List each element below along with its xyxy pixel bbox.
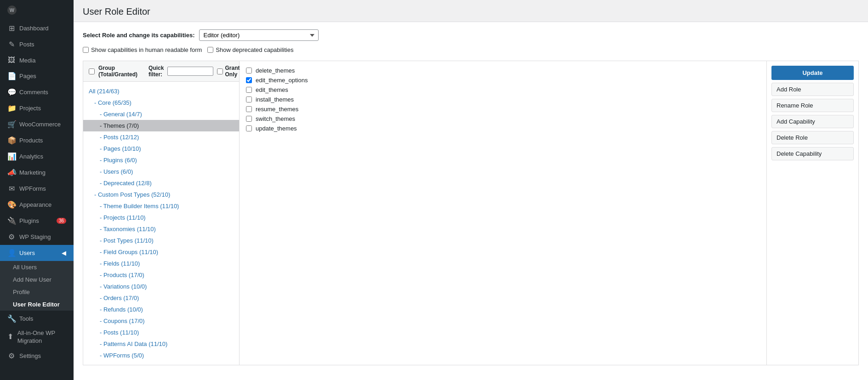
sidebar-item-comments[interactable]: 💬 Comments [0,84,74,100]
granted-only-checkbox[interactable] [217,68,223,74]
group-item-theme-builder[interactable]: - Theme Builder Items (11/10) [83,200,239,212]
sidebar-item-wp-staging[interactable]: ⚙ WP Staging [0,229,74,245]
group-item-plugins[interactable]: - Plugins (6/0) [83,154,239,166]
cap-item-switch-themes: switch_themes [246,114,760,124]
role-select-dropdown[interactable]: Editor (editor) [199,29,319,41]
group-item-patterns[interactable]: - Patterns AI Data (11/10) [83,338,239,350]
group-item-label: - WPForms (5/0) [100,352,144,359]
group-item-themes[interactable]: - Themes (7/0) [83,120,239,131]
group-item-custom-post-types[interactable]: - Custom Post Types (52/10) [83,189,239,200]
cap-label: resume_themes [256,106,298,113]
submenu-profile[interactable]: Profile [0,286,74,298]
cap-checkbox-switch-themes[interactable] [246,116,252,122]
group-item-post-types[interactable]: - Post Types (11/10) [83,235,239,246]
group-panel-header: Group (Total/Granted) Quick filter: Gran… [83,61,239,82]
add-role-button[interactable]: Add Role [771,83,854,96]
sidebar-item-projects[interactable]: 📁 Projects [0,100,74,116]
sidebar-item-appearance[interactable]: 🎨 Appearance [0,197,74,213]
analytics-icon: 📊 [7,152,16,161]
update-button[interactable]: Update [771,66,854,80]
group-item-deprecated[interactable]: - Deprecated (12/8) [83,177,239,189]
cap-item-delete-themes: delete_themes [246,66,760,75]
capability-editor: Group (Total/Granted) Quick filter: Gran… [83,61,859,365]
group-header-label: Group (Total/Granted) [98,65,137,78]
group-item-all[interactable]: All (214/63) [83,85,239,97]
submenu-all-users[interactable]: All Users [0,261,74,273]
sidebar-item-label: Media [19,57,35,64]
add-capability-button[interactable]: Add Capability [771,115,854,128]
quick-filter-input[interactable] [167,67,213,76]
main-body: Select Role and change its capabilities:… [74,22,868,373]
sidebar-item-label: WPForms [19,185,46,192]
group-item-label: - Posts (12/12) [100,134,139,141]
group-item-label: - Fields (11/10) [100,260,140,267]
deprecated-checkbox[interactable] [207,47,213,53]
group-item-label: - Taxonomies (11/10) [100,226,156,233]
sidebar-item-settings[interactable]: ⚙ Settings [0,348,74,364]
sidebar-item-tools[interactable]: 🔧 Tools [0,311,74,327]
wordpress-icon: W [7,6,17,15]
delete-role-button[interactable]: Delete Role [771,131,854,144]
cap-item-install-themes: install_themes [246,95,760,104]
sidebar-item-marketing[interactable]: 📣 Marketing [0,164,74,181]
sidebar-item-wpforms[interactable]: ✉ WPForms [0,181,74,197]
sidebar-item-plugins[interactable]: 🔌 Plugins 36 [0,213,74,229]
human-readable-label: Show capabilities in human readable form [91,46,202,53]
human-readable-option[interactable]: Show capabilities in human readable form [83,46,202,53]
cap-item-update-themes: update_themes [246,124,760,133]
group-list: All (214/63) - Core (65/35) - General (1… [83,82,239,365]
pages-icon: 📄 [7,72,16,80]
sidebar-item-media[interactable]: 🖼 Media [0,52,74,68]
cap-checkbox-install-themes[interactable] [246,96,252,102]
sidebar-item-dashboard[interactable]: ⊞ Dashboard [0,20,74,36]
sidebar-item-label: Comments [19,89,48,96]
cap-checkbox-edit-theme-options[interactable] [246,77,252,83]
sidebar-item-woocommerce[interactable]: 🛒 WooCommerce [0,116,74,132]
cap-checkbox-edit-themes[interactable] [246,87,252,93]
cap-checkbox-update-themes[interactable] [246,125,252,131]
group-item-posts2[interactable]: - Posts (11/10) [83,327,239,338]
group-item-coupons[interactable]: - Coupons (17/0) [83,315,239,327]
sidebar-item-label: Users [19,250,35,256]
submenu-add-new-user[interactable]: Add New User [0,273,74,286]
sidebar-item-label: WP Staging [19,233,51,240]
group-item-pages[interactable]: - Pages (10/10) [83,143,239,154]
group-item-fields[interactable]: - Fields (11/10) [83,258,239,269]
sidebar-item-label: Analytics [19,153,43,160]
group-item-users[interactable]: - Users (6/0) [83,166,239,177]
sidebar-item-posts[interactable]: ✎ Posts [0,36,74,52]
group-item-field-groups[interactable]: - Field Groups (11/10) [83,246,239,258]
sidebar-item-products[interactable]: 📦 Products [0,132,74,148]
sidebar-item-pages[interactable]: 📄 Pages [0,68,74,84]
group-item-posts[interactable]: - Posts (12/12) [83,131,239,143]
sidebar-item-label: Appearance [19,201,51,208]
users-expand-icon: ◀ [62,250,66,256]
group-item-products[interactable]: - Products (17/0) [83,269,239,281]
group-header-checkbox[interactable] [89,68,95,74]
group-item-variations[interactable]: - Variations (10/0) [83,281,239,292]
submenu-user-role-editor[interactable]: User Role Editor [0,298,74,311]
group-item-general[interactable]: - General (14/7) [83,108,239,120]
products-icon: 📦 [7,136,16,145]
group-item-taxonomies[interactable]: - Taxonomies (11/10) [83,223,239,235]
group-item-label: - Post Types (11/10) [100,237,154,244]
sidebar-item-users[interactable]: 👤 Users ◀ [0,245,74,261]
sidebar-item-analytics[interactable]: 📊 Analytics [0,148,74,164]
delete-capability-button[interactable]: Delete Capability [771,147,854,160]
group-item-wpforms[interactable]: - WPForms (5/0) [83,350,239,361]
group-item-core[interactable]: - Core (65/35) [83,97,239,108]
group-item-label: - Themes (7/0) [100,122,139,129]
group-item-refunds[interactable]: - Refunds (10/0) [83,304,239,315]
cap-checkbox-delete-themes[interactable] [246,68,252,74]
sidebar-item-all-in-one[interactable]: ⬆ All-in-One WP Migration [0,327,74,348]
cap-label: delete_themes [256,67,295,74]
group-item-orders[interactable]: - Orders (17/0) [83,292,239,304]
settings-icon: ⚙ [7,352,16,360]
deprecated-option[interactable]: Show deprecated capabilities [207,46,293,53]
group-item-label: - Posts (11/10) [100,329,139,336]
cap-label: install_themes [256,96,294,103]
human-readable-checkbox[interactable] [83,47,89,53]
group-item-projects[interactable]: - Projects (11/10) [83,212,239,223]
cap-checkbox-resume-themes[interactable] [246,106,252,112]
rename-role-button[interactable]: Rename Role [771,99,854,112]
